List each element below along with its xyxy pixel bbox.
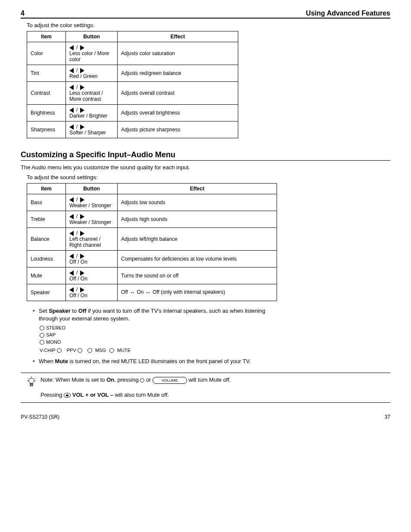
led-indicator-icon <box>87 348 92 353</box>
page-header: 4 Using Advanced Features <box>21 9 390 19</box>
left-arrow-icon <box>69 108 74 113</box>
footer-right: 37 <box>385 414 390 420</box>
led-indicator-icon <box>40 340 44 345</box>
effect-cell: Adjusts red/green balance <box>118 65 238 82</box>
audio-menu-heading: Customizing a Specific Input–Audio Menu <box>21 150 390 159</box>
led-indicator-icon <box>78 348 82 353</box>
th-button: Button <box>66 184 118 194</box>
left-arrow-icon <box>69 85 74 90</box>
left-arrow-icon <box>69 197 74 202</box>
lightbulb-icon <box>27 376 36 391</box>
table-row: Treble /Weaker / Stronger Adjusts high s… <box>27 211 277 228</box>
item-cell: Contrast <box>27 82 66 105</box>
right-arrow-icon <box>80 214 84 219</box>
table-row: Loudness /Off / On Compensates for defic… <box>27 251 277 268</box>
table-row: Speaker /Off / On Off ↔ On ↔ Off (only w… <box>27 284 277 301</box>
right-arrow-icon <box>80 271 84 276</box>
svg-line-2 <box>28 378 28 379</box>
color-settings-table: Item Button Effect Color / Less color / … <box>27 31 238 138</box>
svg-rect-6 <box>30 383 33 386</box>
page-header-left: 4 <box>21 9 25 17</box>
color-settings-caption: To adjust the color settings: <box>27 22 390 28</box>
button-cell: / Red / Green <box>66 65 118 82</box>
right-arrow-icon <box>80 108 84 113</box>
table-header-row: Item Button Effect <box>27 31 238 42</box>
button-cell: / Softer / Sharper <box>66 121 118 138</box>
led-indicator-icon <box>109 348 114 353</box>
item-cell: Brightness <box>27 105 66 121</box>
button-cell: / Darker / Brighter <box>66 105 118 121</box>
right-arrow-icon <box>80 231 84 236</box>
left-arrow-icon <box>69 214 74 219</box>
led-indicator-icon <box>57 348 62 353</box>
right-arrow-icon <box>80 68 84 73</box>
effect-cell: Adjusts overall contrast <box>118 82 238 105</box>
left-arrow-icon <box>69 68 74 73</box>
button-cell: / Less contrast / More contrast <box>66 82 118 105</box>
right-arrow-icon <box>80 197 84 202</box>
remote-button-icon <box>64 393 71 398</box>
table-row: Tint / Red / Green Adjusts red/green bal… <box>27 65 238 82</box>
mute-paragraph: • When Mute is turned on, the red MUTE L… <box>33 358 390 365</box>
table-row: Brightness / Darker / Brighter Adjusts o… <box>27 105 238 121</box>
audio-caption: To adjust the sound settings: <box>27 174 390 180</box>
page-footer: PV-SS2710 (SR) 37 <box>21 414 390 420</box>
table-row: Contrast / Less contrast / More contrast… <box>27 82 238 105</box>
note-callout: Note: When Mute is set to On, pressing o… <box>21 373 390 400</box>
left-arrow-icon <box>69 271 74 276</box>
th-effect: Effect <box>118 184 277 194</box>
right-arrow-icon <box>80 287 84 292</box>
audio-intro: The Audio menu lets you customize the so… <box>21 164 390 171</box>
effect-cell: Adjusts picture sharpness <box>118 121 238 138</box>
left-arrow-icon <box>69 254 74 259</box>
table-row: Balance /Left channel / Right channel Ad… <box>27 228 277 251</box>
right-arrow-icon <box>80 85 84 90</box>
effect-cell: Adjusts color saturation <box>118 42 238 65</box>
th-item: Item <box>27 184 66 194</box>
item-cell: Tint <box>27 65 66 82</box>
right-arrow-icon <box>80 124 84 130</box>
th-effect: Effect <box>118 31 238 42</box>
double-arrow-icon: ↔ <box>129 289 135 296</box>
led-panel-diagram: STEREO SAP MONO V-CHIP PPV MSG MUTE <box>40 325 390 354</box>
page-header-right: Using Advanced Features <box>306 9 390 17</box>
right-arrow-icon <box>80 45 84 50</box>
left-label: Less color <box>69 50 93 56</box>
svg-line-3 <box>34 378 35 379</box>
speaker-paragraph: • Set Speaker to Off if you want to turn… <box>33 307 390 322</box>
volume-button-icon: VOLUME <box>153 377 187 384</box>
led-indicator-icon <box>40 326 44 330</box>
table-row: Color / Less color / More color Adjusts … <box>27 42 238 65</box>
item-cell: Color <box>27 42 66 65</box>
table-row: Sharpness / Softer / Sharper Adjusts pic… <box>27 121 238 138</box>
effect-cell: Adjusts overall brightness <box>118 105 238 121</box>
th-button: Button <box>66 31 118 42</box>
item-cell: Sharpness <box>27 121 66 138</box>
led-indicator-icon <box>140 378 144 383</box>
table-row: Mute /Off / On Turns the sound on or off <box>27 268 277 284</box>
led-indicator-icon <box>40 333 44 338</box>
left-arrow-icon <box>69 231 74 236</box>
left-arrow-icon <box>69 124 74 130</box>
table-row: Bass /Weaker / Stronger Adjusts low soun… <box>27 194 277 211</box>
button-cell: / Less color / More color <box>66 42 118 65</box>
left-arrow-icon <box>69 287 74 292</box>
effect-cell: Off ↔ On ↔ Off (only with internal speak… <box>118 284 277 301</box>
left-arrow-icon <box>69 45 74 50</box>
double-arrow-icon: ↔ <box>145 289 151 296</box>
audio-settings-table: Item Button Effect Bass /Weaker / Strong… <box>27 183 277 301</box>
footer-left: PV-SS2710 (SR) <box>21 414 59 420</box>
right-arrow-icon <box>80 254 84 259</box>
svg-point-0 <box>29 378 34 383</box>
th-item: Item <box>27 31 66 42</box>
table-header-row: Item Button Effect <box>27 184 277 194</box>
